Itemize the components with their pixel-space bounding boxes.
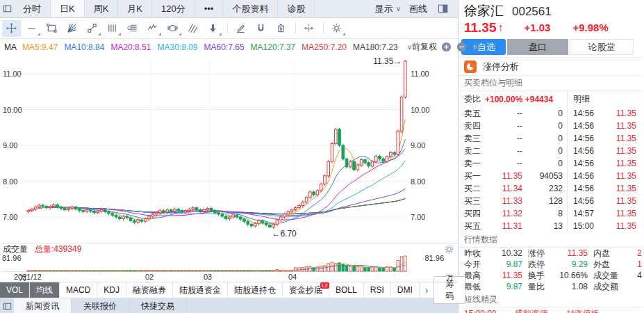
trash-icon[interactable] <box>272 20 290 37</box>
panel-toggle-icon[interactable] <box>436 0 449 17</box>
market-value: 1 <box>610 259 643 269</box>
weibi-label: 委比 <box>464 93 481 105</box>
tab-forum[interactable]: 论股堂 <box>570 39 634 55</box>
wave-icon[interactable] <box>143 20 162 37</box>
period-tab[interactable]: 120分 <box>152 0 195 17</box>
svg-text:7.00: 7.00 <box>3 213 17 221</box>
order-level-label: 买一 <box>464 170 488 182</box>
adjust-mode-label[interactable]: 前复权 <box>412 41 437 53</box>
window-icon[interactable] <box>0 0 14 17</box>
period-tab[interactable]: 周K <box>85 0 119 17</box>
bottom-tab[interactable]: 新闻资讯 <box>14 298 72 313</box>
expand-icon[interactable] <box>299 20 318 37</box>
bottom-tab[interactable]: 快捷交易 <box>129 298 187 313</box>
indicator-tab[interactable]: 融资融券 <box>126 282 173 298</box>
market-value: 9.29 <box>545 259 588 269</box>
volume-chart[interactable]: 81.96 81.96 <box>0 255 458 272</box>
kline-chart[interactable]: 11.0011.0010.0010.009.009.008.008.007.00… <box>0 55 458 243</box>
order-price: 11.31 <box>488 221 534 231</box>
alert-row: 15:00:00 盛和资源 封涨停板 <box>459 307 643 313</box>
segment-icon[interactable] <box>83 20 101 37</box>
indicator-tab[interactable]: KDJ <box>97 282 126 298</box>
indicator-tab[interactable]: BOLL <box>329 282 364 298</box>
indicator-tabbar: VOL均线MACDKDJ融资融券陆股通资金陆股通持仓资金抄底L2BOLLRSID… <box>0 282 458 298</box>
pitchfork-icon[interactable] <box>183 20 202 37</box>
indicator-tab[interactable]: 均线 <box>30 282 60 298</box>
magnet-icon[interactable] <box>251 20 270 37</box>
gann-grid-icon[interactable]: G <box>123 20 142 37</box>
indicator-tab[interactable]: 陆股通持仓 <box>228 282 283 298</box>
chevron-down-icon: ∨ <box>407 43 412 51</box>
section-alert: 短线精灵 <box>459 292 643 307</box>
alert-stock: 盛和资源 <box>515 308 548 313</box>
period-tab[interactable]: 月K <box>118 0 152 17</box>
stock-header: 徐家汇 002561 <box>459 0 643 18</box>
order-volume: 128 <box>534 196 563 206</box>
volume-scale-left: 81.96 <box>2 254 22 262</box>
toolbar-separator <box>227 23 228 33</box>
trade-time: 14:56 <box>573 146 594 156</box>
trade-detail-cell: 14:5611.35 <box>568 134 643 143</box>
chart-panel: 分时日K周K月K120分•••个股资料诊股 显示∨ 画线 G MA MA5:9.… <box>0 0 459 313</box>
trade-time: 14:56 <box>573 109 594 118</box>
indicator-tab[interactable]: 陆股通资金 <box>173 282 228 298</box>
indicator-tab[interactable]: RSI <box>364 282 391 298</box>
gann-fan-icon[interactable] <box>63 20 81 37</box>
zoom-in-icon[interactable] <box>440 41 452 53</box>
pencil-icon[interactable] <box>231 20 250 37</box>
draw-line-button[interactable]: 画线 <box>409 3 427 15</box>
order-book-row: 买一11.359405314:5611.35 <box>459 170 643 182</box>
rectangle-icon[interactable] <box>42 20 61 37</box>
window-icon[interactable] <box>0 298 14 313</box>
period-tab[interactable]: 个股资料 <box>223 0 278 17</box>
gear-icon[interactable] <box>471 41 483 53</box>
trendline-icon[interactable] <box>22 20 41 37</box>
ellipse-icon[interactable] <box>163 20 182 37</box>
ma-value: MA20:8.51 <box>110 42 151 52</box>
order-level-label: 卖三 <box>464 133 488 145</box>
indicator-tab[interactable]: VOL <box>0 282 30 298</box>
kline-svg: 11.0011.0010.0010.009.009.008.008.007.00… <box>0 55 459 243</box>
trade-price: 11.35 <box>594 221 636 231</box>
order-book-row: 买四11.32814:5711.35 <box>459 207 643 220</box>
period-tab[interactable]: 分时 <box>14 0 51 17</box>
period-tab[interactable]: 日K <box>51 0 85 17</box>
vertical-lines-icon[interactable] <box>103 20 122 37</box>
order-price: 11.32 <box>488 209 534 218</box>
market-label: 最低 <box>464 281 481 292</box>
gear-icon[interactable] <box>444 244 455 255</box>
indicator-tab[interactable]: MACD <box>60 282 97 298</box>
limit-up-analysis[interactable]: 涨停分析 <box>459 57 643 76</box>
svg-text:10.00: 10.00 <box>3 106 22 114</box>
arrow-down-icon[interactable] <box>204 20 222 37</box>
ma-value: MA10:8.84 <box>64 42 104 52</box>
bottom-tab[interactable]: 关联报价 <box>72 298 129 313</box>
order-level-label: 卖一 <box>464 158 488 170</box>
gear-icon[interactable] <box>327 20 346 37</box>
limit-analysis-label: 涨停分析 <box>483 61 519 73</box>
trade-detail-cell: 14:5611.35 <box>568 196 643 206</box>
alert-event: 封涨停板 <box>566 308 600 313</box>
move-icon[interactable] <box>2 20 21 37</box>
trade-price: 11.35 <box>594 134 636 143</box>
period-tab[interactable]: ••• <box>195 0 224 17</box>
more-indicators-button[interactable]: › <box>420 284 434 296</box>
order-level-cell: 卖三--0 <box>459 132 568 145</box>
toolbar-separator <box>323 23 324 33</box>
order-volume: 0 <box>534 159 563 168</box>
trade-detail-cell: 14:5611.35 <box>568 146 643 156</box>
ma-value: MA250:7.20 <box>302 42 347 52</box>
display-dropdown[interactable]: 显示∨ <box>375 3 401 15</box>
period-tab[interactable]: 诊股 <box>278 0 315 17</box>
svg-text:G: G <box>127 24 132 31</box>
indicator-tab[interactable]: DMI <box>391 282 420 298</box>
drawing-toolbar: G <box>0 18 458 39</box>
ma-value: MA120:7.37 <box>251 42 296 52</box>
tab-pankou[interactable]: 盘口 <box>507 39 568 55</box>
trade-detail-cell: 15:0011.35 <box>568 221 643 231</box>
weibi-value: +100.00% +94434 <box>485 95 553 104</box>
indicator-tab[interactable]: 资金抄底L2 <box>283 282 329 298</box>
zoom-out-icon[interactable] <box>456 41 468 53</box>
l2-badge: L2 <box>320 282 329 289</box>
ma-value: MA180:7.23 <box>353 42 398 52</box>
